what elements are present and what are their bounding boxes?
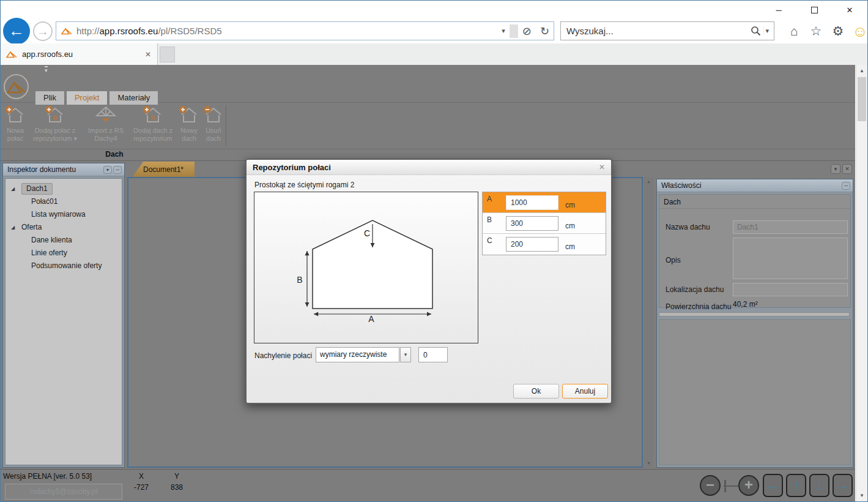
favorites-icon[interactable]: ☆ — [807, 24, 825, 39]
inspector-panel-header: Inspektor dokumentu ▾ ─ — [3, 163, 124, 176]
zoom-slider-track[interactable] — [724, 485, 740, 487]
slope-value-input[interactable] — [418, 347, 448, 362]
location-input[interactable] — [733, 283, 848, 296]
house-plus-icon — [5, 105, 26, 125]
expander-icon[interactable]: ◢ — [11, 182, 15, 195]
panel-menu-icon[interactable]: ▾ — [103, 166, 112, 174]
scroll-down-icon[interactable]: ▼ — [644, 461, 653, 465]
url-text: http://app.rsroofs.eu/pl/RSD5/RSD5 — [76, 26, 222, 36]
close-button[interactable]: ✕ — [832, 1, 867, 19]
description-input[interactable] — [733, 238, 848, 279]
panel-minimize-icon[interactable]: ─ — [113, 166, 122, 174]
shape-diagram: A B C — [254, 192, 478, 343]
tree-item-podsumowanie-oferty[interactable]: Podsumowanie oferty — [6, 260, 122, 272]
scrollbar-thumb[interactable] — [858, 77, 866, 121]
tree-item-dach1[interactable]: ◢ Dach1 — [6, 182, 122, 195]
pan-up-icon: ↑ — [793, 478, 799, 493]
ribbon-tabs: Plik Projekt Materiały — [35, 91, 160, 105]
properties-section-title: Dach — [659, 195, 850, 209]
mdi-list-icon[interactable]: ▾ — [831, 164, 840, 174]
tree-item-polac01[interactable]: Połać01 — [6, 195, 122, 208]
slope-mode-dropdown-icon[interactable]: ▾ — [400, 347, 411, 362]
dialog-titlebar[interactable]: Repozytorium połaci ✕ — [247, 160, 611, 175]
tab-materialy[interactable]: Materiały — [109, 91, 158, 105]
slope-mode-select[interactable]: wymiary rzeczywiste — [316, 347, 399, 362]
house-r-plus-icon: R — [45, 105, 65, 125]
search-box[interactable]: ▾ — [560, 21, 774, 40]
address-bar[interactable]: http://app.rsroofs.eu/pl/RSD5/RSD5 ▾ ⊘ ↻ — [56, 21, 554, 40]
tab-plik[interactable]: Plik — [35, 91, 65, 105]
param-a-input[interactable] — [506, 195, 558, 210]
house-minus-icon — [203, 105, 224, 125]
browser-tab[interactable]: app.rsroofs.eu ✕ — [1, 43, 158, 65]
area-value: 40,2 m² — [733, 300, 758, 309]
house-r-plus-icon: R — [143, 105, 163, 125]
param-a-unit: cm — [565, 201, 575, 209]
back-button[interactable]: ← — [3, 18, 30, 45]
dropdown-caret-icon: ▾ — [74, 135, 78, 142]
tree-item-dane-klienta[interactable]: Dane klienta — [6, 234, 122, 247]
app-logo[interactable] — [4, 74, 29, 99]
expander-icon[interactable]: ◢ — [11, 221, 15, 234]
search-icon[interactable] — [751, 26, 761, 36]
import-rsdachy4-button[interactable]: Import z RSDachy4 — [84, 105, 128, 149]
param-c-input[interactable] — [506, 237, 558, 252]
properties-lower-pane — [659, 319, 851, 465]
tree-item-oferta[interactable]: ◢ Oferta — [6, 221, 122, 234]
add-roof-from-repository-button[interactable]: R Dodaj dach zrepozytorium — [129, 105, 177, 149]
page-scrollbar[interactable]: ▲ ▼ — [856, 65, 867, 501]
tree-item-lista-wymiarowa[interactable]: Lista wymiarowa — [6, 208, 122, 221]
pan-up-button[interactable]: ↑ — [786, 474, 806, 497]
tab-favicon — [6, 50, 17, 58]
account-label: rsdachy5@zasoby.pl — [5, 484, 122, 500]
browser-action-icons: ⌂ ☆ ⚙ ☺ — [785, 20, 868, 42]
zoom-in-button[interactable]: + — [738, 475, 759, 496]
scroll-down-icon[interactable]: ▼ — [856, 493, 867, 498]
new-roof-button[interactable]: Nowydach — [177, 105, 201, 149]
feedback-smiley-icon[interactable]: ☺ — [851, 23, 868, 40]
search-input[interactable] — [561, 26, 751, 36]
scroll-up-icon[interactable]: ▲ — [856, 68, 867, 73]
stop-icon[interactable]: ⊘ — [518, 24, 536, 38]
document-tab[interactable]: Document1* — [132, 162, 195, 178]
refresh-icon[interactable]: ↻ — [536, 24, 554, 38]
param-b-unit: cm — [565, 222, 575, 230]
roof-name-input[interactable] — [733, 220, 848, 234]
pan-right-button[interactable]: → — [833, 474, 853, 497]
ok-button[interactable]: Ok — [513, 384, 559, 399]
tab-title: app.rsroofs.eu — [22, 50, 73, 59]
description-label: Opis — [666, 256, 681, 264]
document-tree: ◢ Dach1 Połać01 Lista wymiarowa ◢ Oferta — [6, 179, 122, 272]
cancel-button[interactable]: Anuluj — [562, 384, 608, 399]
param-row-c: C cm — [483, 234, 606, 255]
pan-left-button[interactable]: ← — [763, 474, 783, 497]
ribbon-collapse-icon[interactable]: ▾ — [45, 66, 48, 73]
maximize-button[interactable] — [796, 1, 832, 19]
minimize-button[interactable]: ─ — [761, 1, 796, 19]
truss-import-icon — [95, 105, 117, 125]
search-dropdown-icon[interactable]: ▾ — [763, 27, 774, 35]
settings-icon[interactable]: ⚙ — [829, 24, 847, 39]
tab-projekt[interactable]: Projekt — [66, 91, 108, 105]
tree-item-linie-oferty[interactable]: Linie oferty — [6, 247, 122, 260]
dialog-close-icon[interactable]: ✕ — [599, 163, 605, 171]
new-tab-button[interactable] — [160, 47, 175, 62]
shape-name-label: Prostokąt ze ściętymi rogami 2 — [254, 181, 354, 189]
url-dropdown-icon[interactable]: ▾ — [497, 27, 510, 35]
mdi-close-icon[interactable]: ✕ — [842, 164, 852, 174]
panel-splitter[interactable] — [659, 312, 850, 317]
panel-minimize-icon[interactable]: ─ — [842, 182, 850, 190]
delete-roof-button[interactable]: Usuńdach — [201, 105, 226, 149]
forward-icon: → — [37, 24, 49, 38]
scroll-up-icon[interactable]: ▲ — [644, 179, 653, 184]
home-icon[interactable]: ⌂ — [785, 24, 803, 39]
pan-down-button[interactable]: ↓ — [809, 474, 829, 497]
canvas-scrollbar[interactable]: ▲ ▼ — [644, 177, 653, 468]
zoom-out-button[interactable]: − — [700, 475, 721, 496]
tab-close-icon[interactable]: ✕ — [145, 50, 151, 59]
param-b-input[interactable] — [506, 216, 558, 231]
forward-button[interactable]: → — [33, 21, 53, 41]
inspector-panel-title: Inspektor dokumentu — [7, 165, 76, 174]
new-slope-button[interactable]: Nowapołać — [3, 105, 28, 149]
add-slope-from-repository-button[interactable]: R Dodaj połać zrepozytorium ▾ — [28, 105, 83, 149]
